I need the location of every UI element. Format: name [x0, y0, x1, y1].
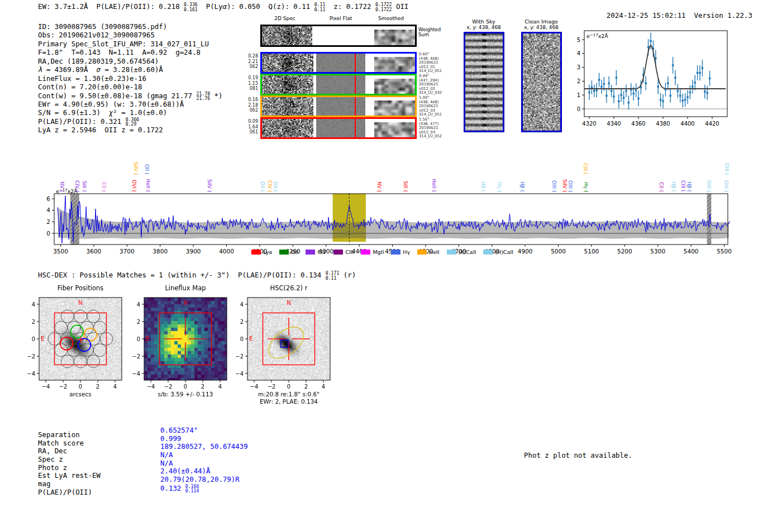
- match-value: N/A: [160, 459, 248, 468]
- match-table-labels: SeparationMatch scoreRA, DecSpec zPhoto …: [38, 431, 101, 497]
- line-fit-inset-svg: 432043404360438044004420012345e−17x2Å: [581, 27, 732, 133]
- data-point: [686, 96, 688, 98]
- emission-line-label: CII (: [659, 182, 664, 192]
- text-segment: LineFlux = 1.30(±0.23)e-16: [38, 74, 146, 83]
- data-point: [702, 67, 703, 69]
- spec2d-image: [262, 97, 313, 116]
- y-tick-label: 0: [577, 106, 580, 112]
- info-line: Cont(n) = 7.20(±0.00)e-18: [38, 83, 223, 91]
- text-segment: RA,Dec (189.280319,50.674564): [38, 57, 159, 65]
- data-point: [650, 40, 651, 42]
- x-tick-label: 0: [79, 384, 82, 390]
- y-tick-label: 3: [577, 64, 580, 70]
- match-label: Photo z: [38, 464, 101, 472]
- report-datetime: 2024-12-25 15:02:11: [607, 11, 686, 20]
- legend-color-chip: [361, 250, 370, 255]
- emission-line-label: SiII (: [82, 181, 87, 192]
- cutout-caption-2: EWr: 2, PLAE: 0.134: [260, 398, 318, 405]
- y-tick-label: 0: [137, 336, 140, 342]
- emission-line-label: Hβ (: [686, 181, 692, 192]
- match-value: N/A: [160, 451, 248, 459]
- data-point: [657, 86, 659, 88]
- y-tick-label: −2: [235, 353, 244, 360]
- emission-line-label: Hβ (: [519, 181, 525, 192]
- emission-line-label: OIII (: [724, 163, 729, 175]
- legend-item: MgII: [361, 249, 384, 255]
- compass-north-label: N: [78, 300, 82, 306]
- legend-color-chip: [391, 250, 400, 255]
- x-tick-label: −4: [147, 384, 155, 390]
- fiber-circle: [55, 321, 68, 334]
- fiber-circle: [74, 355, 87, 368]
- pixel-flat-image: [316, 75, 365, 94]
- legend-label: CIV: [317, 249, 326, 255]
- stacked-fraction: 0.3360.161: [184, 2, 198, 12]
- data-point: [613, 95, 614, 97]
- aperture-square: [281, 340, 288, 347]
- text-segment: P(Ly: [198, 2, 223, 11]
- text-segment: = 3.28(±0.60)Å: [101, 65, 163, 74]
- y-tick-label: 4: [46, 207, 50, 213]
- fiber-row-id: 0.60"(438, 468)20190621v012_01314_LU_051: [419, 52, 442, 74]
- emission-line-label: NV (: [59, 181, 65, 192]
- match-label: RA, Dec: [38, 447, 101, 456]
- compass-north-label: N: [183, 300, 187, 306]
- cutout-caption: arcsecs: [69, 391, 91, 397]
- fiber-row-weights: 0.282.21062: [244, 54, 258, 70]
- emission-line-label: OVI (: [131, 180, 137, 192]
- legend-label: OII: [291, 249, 298, 255]
- data-point: [662, 100, 664, 102]
- info-line: LineFlux = 1.30(±0.23)e-16: [38, 74, 223, 83]
- text-segment: P(LAE)/P(OII): 0.321: [38, 117, 126, 126]
- y-tick-label: 4: [32, 301, 35, 308]
- emission-line-label: CIV (: [267, 180, 273, 192]
- elixer-report-page: EW: 3.7±1.2Å P(LAE)/P(OII): 0.218 0.3360…: [0, 0, 782, 532]
- fiber-circle: [93, 321, 106, 334]
- spec2d-col-header: Pixel Flat: [330, 16, 352, 21]
- data-point: [608, 82, 610, 84]
- fiber-circle: [68, 321, 80, 334]
- with-sky-image: [464, 32, 504, 132]
- data-point: [635, 89, 637, 91]
- emission-line-label: OII (: [273, 181, 278, 192]
- fiber-overlay: Fiber Positions−4−4−2−2002244NEarcsecs: [22, 281, 140, 407]
- fiber-circle: [87, 333, 100, 346]
- info-line: F=1.8" T=0.143 N=1.11 A=0.92 g=24.8: [38, 48, 223, 56]
- x-tick-label: 3700: [120, 248, 135, 255]
- x-tick-label: 4: [322, 384, 325, 390]
- x-tick-label: 4: [113, 384, 117, 390]
- info-line: LyA z = 2.5946 OII z = 0.1722: [38, 126, 223, 134]
- text-segment: 189.280527, 50.674439: [160, 442, 248, 450]
- cutout-title: HSC(26.2) r: [270, 284, 308, 292]
- data-point: [600, 86, 602, 88]
- x-tick-label: 3800: [152, 248, 168, 255]
- fiber-circle: [74, 310, 87, 323]
- legend-color-chip: [483, 250, 493, 255]
- x-tick-label: 0: [287, 384, 290, 390]
- x-tick-label: 2: [201, 384, 204, 390]
- text-segment: N/A: [160, 450, 173, 459]
- data-point: [593, 90, 595, 92]
- x-tick-label: 2: [96, 384, 99, 390]
- text-segment: F=1.8" T=0.143 N=1.11 A=0.92 g=24.8: [38, 48, 201, 56]
- legend-color-chip: [447, 250, 456, 255]
- y-tick-label: −4: [235, 371, 244, 377]
- sky-panel-title: Clean Image: [524, 18, 558, 25]
- compass-east-label: E: [249, 336, 252, 342]
- data-point: [637, 98, 639, 99]
- emission-line-label: OIII (: [551, 180, 557, 192]
- hsc-overlay: HSC(26.2) r−4−4−2−2002244NEm:20.8 re:1.8…: [231, 281, 348, 407]
- text-segment: 0.652574": [160, 426, 198, 434]
- text-segment: HSC-DEX : Possible Matches = 1 (within +…: [38, 271, 326, 279]
- info-line: EWr = 4.90(±0.95) (w: 3.70(±0.68))Å: [38, 100, 223, 108]
- data-point: [625, 90, 627, 92]
- y-tick-label: 0: [46, 230, 50, 237]
- y-tick-label: 1: [577, 92, 580, 98]
- x-tick-label: 4000: [219, 248, 234, 255]
- smoothed-image: [368, 26, 415, 45]
- emission-line-label: Hβ (: [671, 181, 676, 192]
- y-tick-label: 2: [137, 319, 140, 325]
- x-tick-label: 5300: [650, 248, 665, 255]
- fiber-circle: [93, 344, 106, 357]
- text-segment: OII: [392, 2, 408, 11]
